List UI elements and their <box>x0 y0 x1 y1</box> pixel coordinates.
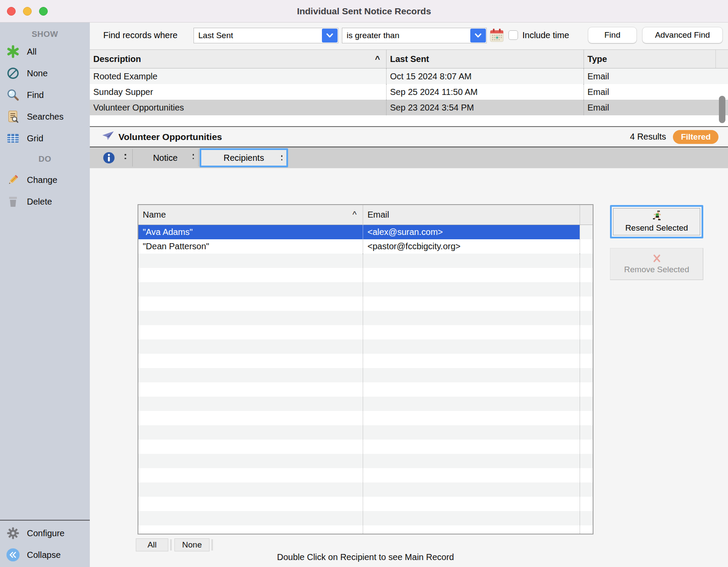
chevron-down-icon <box>322 29 338 42</box>
recipients-kebab-menu-icon[interactable] <box>281 155 283 160</box>
sidebar-item-label: Find <box>27 90 44 100</box>
remove-selected-label: Remove Selected <box>624 265 689 274</box>
record-row-selected[interactable]: Volunteer Opportunities Sep 23 2024 3:54… <box>90 100 728 115</box>
sidebar-item-label: Grid <box>27 134 43 143</box>
app-window: Individual Sent Notice Records SHOW All <box>0 0 728 567</box>
resend-selected-label: Resend Selected <box>625 223 688 233</box>
grid-icon <box>6 131 20 145</box>
operator-select-value: is greater than <box>342 31 470 40</box>
tab-label: Notice <box>153 153 178 163</box>
column-header-email[interactable]: Email <box>363 205 580 225</box>
header-gutter <box>715 50 728 68</box>
advanced-find-button[interactable]: Advanced Find <box>642 27 723 43</box>
paper-plane-icon <box>102 131 114 143</box>
sidebar-item-label: Configure <box>27 528 65 538</box>
select-none-button[interactable]: None <box>174 538 210 551</box>
operator-select[interactable]: is greater than <box>342 28 487 43</box>
title-bar: Individual Sent Notice Records <box>0 0 728 23</box>
tab-separator <box>198 149 199 166</box>
sidebar-item-label: None <box>27 68 48 78</box>
info-icon[interactable] <box>103 152 115 166</box>
column-header-label: Type <box>587 54 607 64</box>
recipient-row[interactable]: "Dean Patterson" <pastor@fccbigcity.org> <box>138 239 593 254</box>
sidebar-item-collapse[interactable]: Collapse <box>0 544 90 566</box>
remove-selected-button-disabled[interactable]: Remove Selected <box>610 248 703 280</box>
magnifier-icon <box>6 88 20 102</box>
window-title: Individual Sent Notice Records <box>0 0 728 23</box>
column-header-description[interactable]: Description ^ <box>90 54 386 64</box>
vertical-scrollbar-thumb[interactable] <box>719 96 725 123</box>
recipients-empty-rows <box>138 254 593 534</box>
record-description-cell: Rooted Example <box>90 72 386 81</box>
recipient-row-selected[interactable]: "Ava Adams" <alex@suran.com> <box>138 225 593 239</box>
column-header-name[interactable]: Name ^ <box>138 205 363 225</box>
sidebar-item-grid[interactable]: Grid <box>0 127 90 149</box>
field-select[interactable]: Last Sent <box>193 28 338 43</box>
runner-icon <box>652 211 662 222</box>
record-last-sent-cell: Sep 25 2024 11:50 AM <box>386 84 584 100</box>
tab-notice[interactable]: Notice <box>132 147 198 168</box>
record-last-sent-cell: Sep 23 2024 3:54 PM <box>386 100 584 115</box>
asterisk-icon <box>6 45 20 59</box>
field-select-value: Last Sent <box>194 31 322 40</box>
sidebar-footer: Configure Collapse <box>0 520 90 566</box>
notice-kebab-menu-icon[interactable] <box>193 154 194 159</box>
detail-section-header: Volunteer Opportunities 4 Results Filter… <box>90 127 728 147</box>
sidebar-item-searches[interactable]: Searches <box>0 106 90 127</box>
recipient-email-cell: <alex@suran.com> <box>363 225 580 239</box>
include-time-checkbox[interactable] <box>508 30 518 40</box>
button-separator <box>170 539 172 551</box>
sidebar-item-none[interactable]: None <box>0 62 90 84</box>
resend-selected-highlight-ring: Resend Selected <box>610 205 703 238</box>
records-table: Description ^ Last Sent Type Rooted Exam… <box>90 49 728 127</box>
include-time-label: Include time <box>522 30 569 40</box>
sidebar-item-configure[interactable]: Configure <box>0 522 90 544</box>
record-description-cell: Volunteer Opportunities <box>90 103 386 113</box>
sidebar-item-change[interactable]: Change <box>0 169 90 191</box>
column-header-label: Last Sent <box>390 54 429 64</box>
record-row[interactable]: Sunday Supper Sep 25 2024 11:50 AM Email <box>90 84 728 100</box>
info-kebab-menu-icon[interactable] <box>125 154 126 159</box>
resend-selected-button[interactable]: Resend Selected <box>613 208 700 235</box>
sidebar-item-find[interactable]: Find <box>0 84 90 106</box>
row-gutter <box>580 239 593 254</box>
tab-label: Recipients <box>223 153 264 163</box>
column-header-label: Email <box>367 210 389 220</box>
column-header-label: Description <box>93 54 141 64</box>
record-type-cell: Email <box>584 100 716 115</box>
recipients-table: Name ^ Email "Ava Adams" <alex@suran.com… <box>138 204 594 534</box>
trash-icon <box>6 195 20 209</box>
sidebar-item-delete[interactable]: Delete <box>0 191 90 212</box>
record-type-cell: Email <box>584 84 716 100</box>
recipient-name-cell: "Ava Adams" <box>138 225 363 239</box>
collapse-chevrons-icon <box>6 548 20 562</box>
filtered-badge[interactable]: Filtered <box>673 130 718 144</box>
record-row[interactable]: Rooted Example Oct 15 2024 8:07 AM Email <box>90 68 728 84</box>
recipient-email-cell: <pastor@fccbigcity.org> <box>363 239 580 254</box>
button-separator <box>211 539 213 551</box>
chevron-down-icon <box>470 29 486 42</box>
record-description-cell: Sunday Supper <box>90 87 386 97</box>
record-type-cell: Email <box>584 68 716 84</box>
column-header-type[interactable]: Type <box>584 50 715 68</box>
sidebar-item-all[interactable]: All <box>0 41 90 62</box>
pencil-icon <box>6 173 20 187</box>
tab-recipients-active[interactable]: Recipients <box>200 148 288 167</box>
circle-slash-icon <box>6 66 20 80</box>
records-table-header: Description ^ Last Sent Type <box>90 50 728 68</box>
sidebar: SHOW All None <box>0 23 90 567</box>
results-count: 4 Results <box>630 132 666 142</box>
sidebar-item-label: Delete <box>27 197 52 207</box>
record-last-sent-cell: Oct 15 2024 8:07 AM <box>386 68 584 84</box>
sidebar-section-show: SHOW <box>0 28 90 41</box>
sort-ascending-icon: ^ <box>353 210 357 220</box>
calendar-icon[interactable] <box>489 28 504 44</box>
column-header-last-sent[interactable]: Last Sent <box>386 50 584 68</box>
recipient-name-cell: "Dean Patterson" <box>138 239 363 254</box>
detail-tab-bar: Notice Recipients <box>90 147 728 168</box>
footer-hint: Double Click on Recipient to see Main Re… <box>138 552 594 562</box>
find-button[interactable]: Find <box>588 27 637 43</box>
select-all-button[interactable]: All <box>136 538 168 551</box>
sidebar-item-label: Searches <box>27 112 64 122</box>
column-header-label: Name <box>143 210 166 220</box>
